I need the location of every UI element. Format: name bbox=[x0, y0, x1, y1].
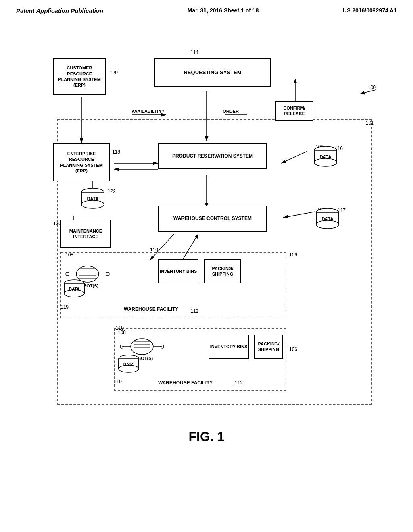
ref-112-top: 112 bbox=[190, 308, 198, 314]
ref-118: 118 bbox=[112, 149, 120, 155]
inventory-bins-2-box: INVENTORY BINS bbox=[209, 335, 249, 359]
ref-114: 114 bbox=[190, 50, 198, 55]
diagram-container: 100 101 REQUESTING SYSTEM 114 CUSTOMER R… bbox=[33, 26, 380, 421]
ref-112-bottom: 112 bbox=[235, 380, 243, 386]
svg-text:DATA: DATA bbox=[322, 216, 334, 221]
ref-106-bottom: 106 bbox=[289, 347, 297, 352]
warehouse-facility-2-label: WAREHOUSE FACILITY bbox=[158, 380, 213, 386]
svg-text:DATA: DATA bbox=[87, 196, 99, 201]
cylinder-117-svg: DATA bbox=[315, 208, 340, 230]
fig-label: FIG. 1 bbox=[0, 429, 413, 444]
svg-text:DATA: DATA bbox=[123, 362, 134, 367]
ref-106-top: 106 bbox=[289, 252, 297, 258]
ref-117: 117 bbox=[338, 208, 346, 213]
svg-text:DATA: DATA bbox=[69, 287, 79, 291]
requesting-system-box: REQUESTING SYSTEM bbox=[154, 58, 271, 87]
cylinder-119-2-svg: DATA bbox=[118, 355, 140, 375]
header-right: US 2016/0092974 A1 bbox=[343, 7, 397, 14]
warehouse-facility-1-label: WAREHOUSE FACILITY bbox=[124, 306, 178, 312]
maintenance-interface-box: MAINTENANCE INTERFACE bbox=[60, 220, 111, 248]
ref-116: 116 bbox=[335, 145, 343, 151]
customer-erp-box: CUSTOMER RESOURCE PLANNING SYSTEM (ERP) bbox=[53, 58, 106, 95]
cylinder-122-svg: DATA bbox=[81, 187, 105, 210]
ref-108-bottom: 108 bbox=[118, 330, 126, 335]
svg-point-29 bbox=[81, 200, 104, 208]
data-122-cylinder: DATA bbox=[81, 187, 105, 210]
svg-point-35 bbox=[316, 220, 339, 229]
cylinder-116-svg: DATA bbox=[313, 145, 338, 168]
ref-119-top: 119 bbox=[60, 304, 69, 310]
packing-shipping-1-box: PACKING/ SHIPPING bbox=[204, 259, 241, 283]
inventory-bins-1-box: INVENTORY BINS bbox=[158, 259, 198, 283]
header-left: Patent Application Publication bbox=[16, 7, 103, 14]
data-117-cylinder: DATA bbox=[315, 208, 340, 230]
ref-110-top: 110 bbox=[150, 247, 158, 253]
svg-text:DATA: DATA bbox=[320, 154, 332, 159]
ref-120: 120 bbox=[110, 70, 118, 75]
header-center: Mar. 31, 2016 Sheet 1 of 18 bbox=[188, 7, 259, 14]
data-116-cylinder: DATA bbox=[313, 145, 338, 168]
ref-119-bottom: 119 bbox=[114, 379, 122, 384]
ref-108-top: 108 bbox=[65, 252, 73, 258]
ref-122: 122 bbox=[108, 189, 116, 194]
confirm-release-box: CONFIRM/ RELEASE bbox=[275, 101, 313, 121]
svg-point-53 bbox=[131, 339, 153, 355]
order-label: ORDER bbox=[219, 109, 243, 114]
enterprise-erp-box: ENTERPRISE RESOURCE PLANNING SYSTEM (ERP… bbox=[53, 143, 110, 181]
cylinder-119-1-svg: DATA bbox=[63, 279, 86, 299]
packing-shipping-2-box: PACKING/ SHIPPING bbox=[254, 335, 283, 359]
page-header: Patent Application Publication Mar. 31, … bbox=[0, 0, 413, 14]
svg-line-17 bbox=[360, 90, 376, 94]
warehouse-control-box: WAREHOUSE CONTROL SYSTEM bbox=[158, 206, 267, 232]
ref-100-arrow bbox=[356, 86, 380, 98]
svg-point-23 bbox=[314, 158, 337, 166]
availability-label: AVAILABILITY? bbox=[130, 109, 166, 114]
data-119-2-cylinder: DATA bbox=[118, 355, 140, 375]
ref-130: 130 bbox=[53, 221, 61, 227]
ref-101: 101 bbox=[366, 120, 374, 126]
data-119-1-cylinder: DATA bbox=[63, 279, 86, 299]
product-reservation-box: PRODUCT RESERVATION SYSTEM bbox=[158, 143, 267, 169]
